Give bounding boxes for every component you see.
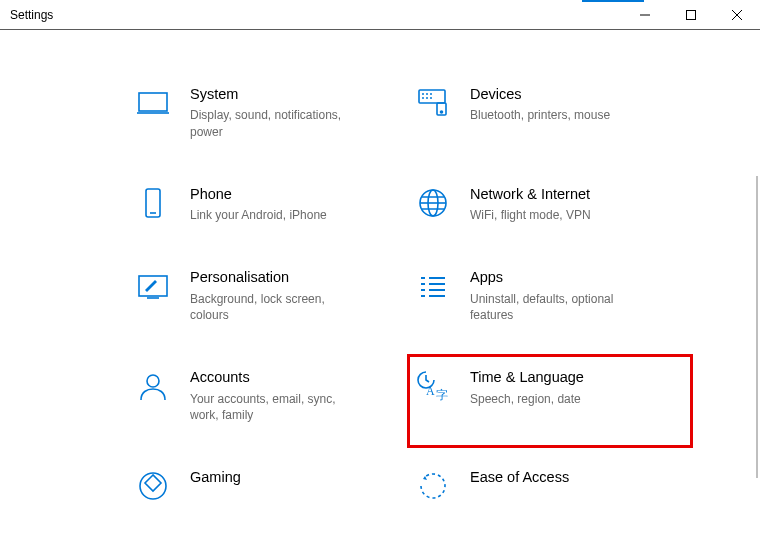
svg-point-30 bbox=[147, 375, 159, 387]
titlebar: Settings bbox=[0, 0, 760, 30]
tile-desc: Link your Android, iPhone bbox=[190, 207, 327, 223]
personalisation-icon bbox=[136, 269, 170, 303]
tile-title: Personalisation bbox=[190, 269, 350, 286]
tile-title: Time & Language bbox=[470, 369, 584, 386]
svg-rect-6 bbox=[419, 90, 445, 103]
tile-time-language[interactable]: A 字 Time & Language Speech, region, date bbox=[410, 357, 690, 445]
tile-desc: Display, sound, notifications, power bbox=[190, 107, 350, 139]
tile-title: Accounts bbox=[190, 369, 350, 386]
ease-of-access-icon bbox=[416, 469, 450, 503]
scrollbar[interactable] bbox=[744, 30, 760, 538]
tile-title: Phone bbox=[190, 186, 327, 203]
svg-text:字: 字 bbox=[436, 388, 448, 402]
tile-accounts[interactable]: Accounts Your accounts, email, sync, wor… bbox=[130, 363, 410, 429]
tile-desc: WiFi, flight mode, VPN bbox=[470, 207, 591, 223]
accent-bar bbox=[582, 0, 644, 2]
gaming-icon bbox=[136, 469, 170, 503]
tile-network[interactable]: Network & Internet WiFi, flight mode, VP… bbox=[410, 180, 690, 230]
svg-rect-1 bbox=[687, 10, 696, 19]
tile-gaming[interactable]: Gaming bbox=[130, 463, 410, 509]
tile-desc: Your accounts, email, sync, work, family bbox=[190, 391, 350, 423]
svg-point-14 bbox=[441, 111, 443, 113]
apps-icon bbox=[416, 269, 450, 303]
tile-title: Network & Internet bbox=[470, 186, 591, 203]
tile-ease-of-access[interactable]: Ease of Access bbox=[410, 463, 690, 509]
tile-title: System bbox=[190, 86, 350, 103]
time-language-icon: A 字 bbox=[416, 369, 450, 403]
settings-grid: System Display, sound, notifications, po… bbox=[130, 80, 690, 509]
svg-point-33 bbox=[140, 473, 166, 499]
tile-personalisation[interactable]: Personalisation Background, lock screen,… bbox=[130, 263, 410, 329]
tile-system[interactable]: System Display, sound, notifications, po… bbox=[130, 80, 410, 146]
network-icon bbox=[416, 186, 450, 220]
settings-content: System Display, sound, notifications, po… bbox=[0, 30, 760, 509]
tile-phone[interactable]: Phone Link your Android, iPhone bbox=[130, 180, 410, 230]
devices-icon bbox=[416, 86, 450, 120]
tile-devices[interactable]: Devices Bluetooth, printers, mouse bbox=[410, 80, 690, 146]
tile-apps[interactable]: Apps Uninstall, defaults, optional featu… bbox=[410, 263, 690, 329]
scrollbar-thumb[interactable] bbox=[756, 176, 758, 478]
tile-desc: Uninstall, defaults, optional features bbox=[470, 291, 630, 323]
tile-desc: Background, lock screen, colours bbox=[190, 291, 350, 323]
svg-rect-4 bbox=[139, 93, 167, 111]
svg-text:A: A bbox=[426, 384, 435, 398]
tile-desc: Bluetooth, printers, mouse bbox=[470, 107, 610, 123]
maximize-button[interactable] bbox=[668, 0, 714, 29]
tile-title: Ease of Access bbox=[470, 469, 569, 486]
accounts-icon bbox=[136, 369, 170, 403]
tile-title: Gaming bbox=[190, 469, 241, 486]
tile-title: Apps bbox=[470, 269, 630, 286]
system-icon bbox=[136, 86, 170, 120]
tile-title: Devices bbox=[470, 86, 610, 103]
window-title: Settings bbox=[10, 8, 53, 22]
phone-icon bbox=[136, 186, 170, 220]
tile-desc: Speech, region, date bbox=[470, 391, 584, 407]
minimize-button[interactable] bbox=[622, 0, 668, 29]
window-controls bbox=[622, 0, 760, 29]
close-button[interactable] bbox=[714, 0, 760, 29]
